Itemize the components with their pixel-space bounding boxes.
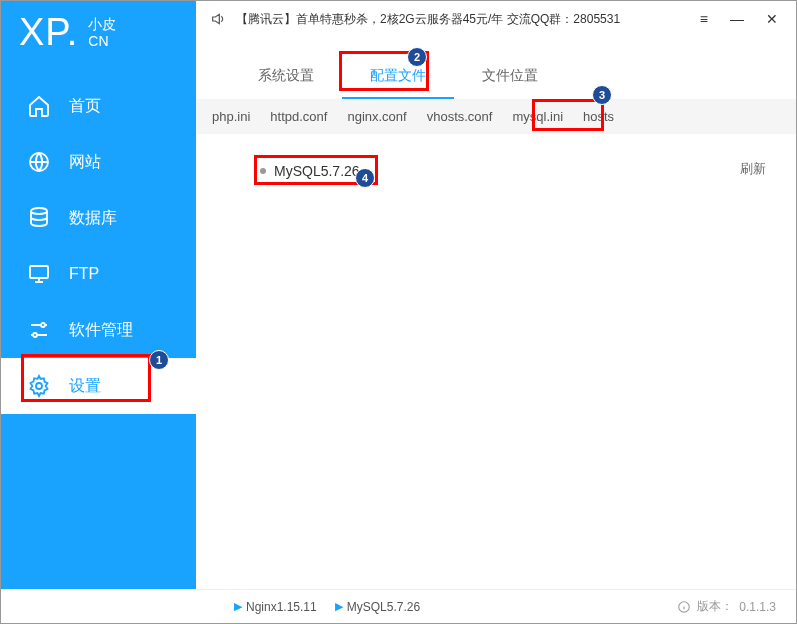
sidebar-item-settings[interactable]: 设置	[1, 358, 196, 414]
sidebar-item-ftp[interactable]: FTP	[1, 246, 196, 302]
svg-point-4	[33, 333, 37, 337]
content-body: MySQL5.7.26 4 刷新	[196, 134, 796, 589]
subtab-httpd-conf[interactable]: httpd.conf	[270, 109, 327, 124]
topbar: 【腾讯云】首单特惠秒杀，2核2G云服务器45元/年 交流QQ群：2805531 …	[196, 1, 796, 37]
svg-point-1	[31, 208, 47, 214]
sliders-icon	[27, 318, 51, 342]
logo-sub2: CN	[88, 33, 116, 50]
close-button[interactable]: ✕	[762, 11, 782, 27]
globe-icon	[27, 150, 51, 174]
subtab-vhosts-conf[interactable]: vhosts.conf	[427, 109, 493, 124]
svg-rect-2	[30, 266, 48, 278]
subtabs: php.ini httpd.conf nginx.conf vhosts.con…	[196, 99, 796, 134]
home-icon	[27, 94, 51, 118]
tab-config-files[interactable]: 配置文件	[342, 55, 454, 99]
gear-icon	[27, 374, 51, 398]
logo-sub1: 小皮	[88, 16, 116, 33]
service-label: Nginx1.15.11	[246, 600, 317, 614]
svg-point-5	[36, 383, 42, 389]
sidebar-item-database[interactable]: 数据库	[1, 190, 196, 246]
svg-point-3	[41, 323, 45, 327]
logo-main: XP.	[19, 11, 78, 54]
sidebar-item-home[interactable]: 首页	[1, 78, 196, 134]
version-info: 版本： 0.1.1.3	[677, 598, 776, 615]
database-icon	[27, 206, 51, 230]
sidebar-item-website[interactable]: 网站	[1, 134, 196, 190]
sidebar-item-label: 首页	[69, 96, 101, 117]
sidebar: XP. 小皮 CN 首页 网站 数据库 FTP 软件管理	[1, 1, 196, 589]
speaker-icon	[210, 11, 226, 27]
menu-button[interactable]: ≡	[696, 11, 712, 27]
subtab-php-ini[interactable]: php.ini	[212, 109, 250, 124]
subtab-nginx-conf[interactable]: nginx.conf	[347, 109, 406, 124]
subtab-mysql-ini[interactable]: mysql.ini	[512, 109, 563, 124]
service-label: MySQL5.7.26	[347, 600, 420, 614]
tab-system-settings[interactable]: 系统设置	[230, 55, 342, 99]
sidebar-item-label: 设置	[69, 376, 101, 397]
sidebar-item-label: 网站	[69, 152, 101, 173]
statusbar: ▶ Nginx1.15.11 ▶ MySQL5.7.26 版本： 0.1.1.3	[1, 589, 796, 623]
config-item-mysql[interactable]: MySQL5.7.26	[260, 163, 360, 179]
sidebar-item-label: FTP	[69, 265, 99, 283]
status-dot-icon	[260, 168, 266, 174]
subtab-hosts[interactable]: hosts	[583, 109, 614, 124]
sidebar-item-label: 软件管理	[69, 320, 133, 341]
logo: XP. 小皮 CN	[1, 1, 196, 78]
play-icon: ▶	[234, 600, 242, 613]
play-icon: ▶	[335, 600, 343, 613]
refresh-button[interactable]: 刷新	[740, 160, 766, 178]
tab-file-location[interactable]: 文件位置	[454, 55, 566, 99]
status-service-nginx[interactable]: ▶ Nginx1.15.11	[234, 600, 317, 614]
tabs: 系统设置 配置文件 文件位置	[196, 37, 796, 99]
version-value: 0.1.1.3	[739, 600, 776, 614]
info-icon	[677, 600, 691, 614]
config-item-label: MySQL5.7.26	[274, 163, 360, 179]
version-label: 版本：	[697, 598, 733, 615]
status-service-mysql[interactable]: ▶ MySQL5.7.26	[335, 600, 420, 614]
sidebar-item-label: 数据库	[69, 208, 117, 229]
sidebar-item-software[interactable]: 软件管理	[1, 302, 196, 358]
ftp-icon	[27, 262, 51, 286]
announcement-text[interactable]: 【腾讯云】首单特惠秒杀，2核2G云服务器45元/年 交流QQ群：2805531	[236, 11, 686, 28]
minimize-button[interactable]: —	[726, 11, 748, 27]
